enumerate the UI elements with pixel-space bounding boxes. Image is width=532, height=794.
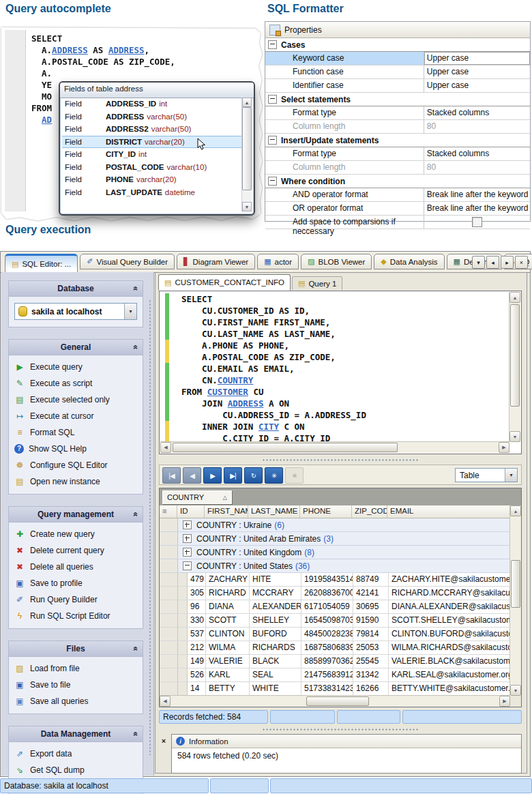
- field-row[interactable]: FieldADDRESSvarchar(50): [62, 111, 241, 123]
- scroll-up-icon[interactable]: ▲: [242, 98, 252, 107]
- table-row[interactable]: 149VALERIEBLACK88589970362125545VALERIE.…: [160, 655, 510, 668]
- collapse-box-icon[interactable]: [268, 177, 277, 186]
- cell-first-name[interactable]: KARL: [206, 668, 250, 681]
- cell-email[interactable]: VALERIE.BLACK@sakilacustomer.org: [389, 655, 510, 668]
- group-field-chip[interactable]: COUNTRY △: [162, 490, 232, 504]
- property-value[interactable]: Upper case: [424, 52, 530, 65]
- collapse-box-icon[interactable]: [183, 561, 192, 570]
- cell-zip-code[interactable]: 42141: [353, 587, 389, 600]
- view-mode-select[interactable]: Table ▾: [455, 468, 518, 482]
- cell-last-name[interactable]: BLACK: [250, 655, 301, 668]
- cell-phone[interactable]: 885899703621: [301, 655, 353, 668]
- cell-id[interactable]: 212: [188, 641, 206, 654]
- splitter[interactable]: [159, 726, 522, 732]
- cell-email[interactable]: CLINTON.BUFORD@sakilacustomer.org: [389, 628, 510, 641]
- cell-first-name[interactable]: DIANA: [206, 600, 250, 613]
- cell-zip-code[interactable]: 16266: [353, 682, 389, 695]
- sidebar-item-get-sql-dump[interactable]: ⇘Get SQL dump: [9, 762, 143, 778]
- property-value[interactable]: Stacked columns: [424, 106, 530, 119]
- sidebar-item-execute-as-script[interactable]: ✎Execute as script: [9, 375, 143, 392]
- collapse-chevron-icon[interactable]: »: [131, 345, 141, 350]
- cell-first-name[interactable]: SCOTT: [206, 614, 250, 627]
- chevron-down-icon[interactable]: ▾: [505, 469, 517, 482]
- tab-visual-query-builder[interactable]: ✐Visual Query Builder: [80, 254, 175, 269]
- collapse-box-icon[interactable]: [268, 40, 277, 49]
- group-row-country-ukraine[interactable]: COUNTRY : Ukraine(6): [160, 518, 510, 532]
- cell-email[interactable]: DIANA.ALEXANDER@sakilacustomer.org: [389, 600, 510, 613]
- popup-scrollbar[interactable]: ▲ ▼: [241, 98, 252, 211]
- tab-sql-editor[interactable]: ▤SQL Editor: ...: [5, 254, 78, 273]
- scroll-down-icon[interactable]: ▼: [510, 685, 521, 696]
- field-row[interactable]: FieldLAST_UPDATEdatetime: [62, 186, 241, 199]
- property-row-add-space-to-comparsions-if-neccessary[interactable]: Add space to comparsions if neccessary: [265, 216, 530, 229]
- property-row-function-case[interactable]: Function caseUpper case: [265, 65, 530, 79]
- sidebar-section-header[interactable]: Data Management»: [9, 726, 143, 742]
- table-row[interactable]: 526KARLSEAL21475683912231342KARL.SEAL@sa…: [160, 668, 510, 682]
- scrollbar-thumb[interactable]: [306, 696, 369, 706]
- sidebar-item-delete-current-query[interactable]: ✖Delete current query: [9, 542, 143, 559]
- group-row-country-united-kingdom[interactable]: COUNTRY : United Kingdom(8): [160, 546, 510, 559]
- sidebar-item-delete-all-queries[interactable]: ✖Delete all queries: [9, 559, 143, 575]
- collapse-chevron-icon[interactable]: »: [131, 286, 141, 291]
- sidebar-item-open-new-instance[interactable]: ▤Open new instance: [9, 473, 143, 490]
- cell-id[interactable]: 96: [188, 600, 206, 613]
- tab-scroll-right-button[interactable]: ▸: [501, 256, 514, 269]
- cell-id[interactable]: 526: [188, 668, 206, 681]
- last-record-button[interactable]: ▶|: [224, 467, 242, 484]
- property-value[interactable]: [424, 216, 530, 229]
- cell-phone[interactable]: 214756839122: [301, 668, 353, 681]
- refresh-records-button[interactable]: ↻: [244, 467, 263, 484]
- cell-email[interactable]: BETTY.WHITE@sakilacustomer.org: [389, 682, 510, 695]
- scroll-down-icon[interactable]: ▼: [509, 431, 520, 442]
- query-tab-query-1[interactable]: ▤Query 1: [292, 276, 342, 290]
- cell-zip-code[interactable]: 79814: [353, 628, 389, 641]
- cell-email[interactable]: WILMA.RICHARDS@sakilacustomer.org: [389, 641, 510, 654]
- cell-phone[interactable]: 262088367001: [301, 587, 353, 600]
- cell-id[interactable]: 305: [188, 587, 206, 600]
- collapse-chevron-icon[interactable]: »: [131, 512, 141, 517]
- grid-hscrollbar[interactable]: ◀ ▶: [160, 695, 510, 707]
- first-record-button[interactable]: |◀: [162, 467, 181, 484]
- property-row-keyword-case[interactable]: Keyword caseUpper case: [265, 52, 530, 65]
- field-row[interactable]: FieldPHONEvarchar(20): [62, 173, 241, 186]
- cell-phone[interactable]: 517338314235: [301, 682, 353, 695]
- combo-dropdown-button[interactable]: ▾: [124, 304, 136, 319]
- tab-data-analysis[interactable]: ◆Data Analysis: [374, 254, 444, 269]
- cell-email[interactable]: RICHARD.MCCRARY@sakilacustomer.org: [389, 587, 510, 600]
- cell-zip-code[interactable]: 30695: [353, 600, 389, 613]
- cell-phone[interactable]: 165450987037: [301, 614, 353, 627]
- sidebar-splitter[interactable]: [149, 299, 151, 755]
- sidebar-item-execute-selected-only[interactable]: ▤Execute selected only: [9, 392, 143, 408]
- expand-box-icon[interactable]: [183, 520, 192, 529]
- column-header-last-name[interactable]: LAST_NAME: [248, 505, 300, 518]
- scroll-left-icon[interactable]: ◀: [160, 442, 171, 453]
- scroll-right-icon[interactable]: ▶: [499, 696, 510, 707]
- property-value[interactable]: 80: [424, 120, 530, 133]
- sidebar-item-export-data[interactable]: ⇗Export data: [9, 746, 143, 762]
- cell-id[interactable]: 330: [188, 614, 206, 627]
- property-value[interactable]: Stacked columns: [424, 147, 530, 160]
- cell-last-name[interactable]: SHELLEY: [250, 614, 301, 627]
- field-row[interactable]: FieldADDRESS_IDint: [62, 98, 241, 111]
- cell-zip-code[interactable]: 31342: [353, 668, 389, 681]
- cell-email[interactable]: ZACHARY.HITE@sakilacustomer.org: [389, 573, 510, 586]
- query-tab-customer-contact-info[interactable]: ▤CUSTOMER_CONTACT_INFO: [158, 274, 291, 291]
- sidebar-item-execute-query[interactable]: ▶Execute query: [9, 359, 143, 375]
- scroll-up-icon[interactable]: ▲: [510, 505, 521, 516]
- cell-id[interactable]: 149: [188, 655, 206, 668]
- table-row[interactable]: 212WILMARICHARDS16875806839725053WILMA.R…: [160, 641, 510, 655]
- cell-first-name[interactable]: VALERIE: [206, 655, 250, 668]
- table-row[interactable]: 479ZACHARYHITE19195843514288749ZACHARY.H…: [160, 573, 510, 587]
- cell-email[interactable]: KARL.SEAL@sakilacustomer.org: [389, 668, 510, 681]
- sql-editor-surface[interactable]: SELECT CU.CUSTOMER_ID AS ID, CU.FIRST_NA…: [159, 291, 522, 454]
- sql-code[interactable]: SELECT CU.CUSTOMER_ID AS ID, CU.FIRST_NA…: [181, 293, 507, 441]
- cell-phone[interactable]: 168758068397: [301, 641, 353, 654]
- tab-close-button[interactable]: ×: [515, 256, 528, 269]
- table-row[interactable]: 330SCOTTSHELLEY16545098703791590SCOTT.SH…: [160, 614, 510, 628]
- cell-phone[interactable]: 191958435142: [301, 573, 353, 586]
- group-row-country-united-states[interactable]: COUNTRY : United States(36): [160, 559, 510, 573]
- cell-id[interactable]: 479: [188, 573, 206, 586]
- cell-id[interactable]: 14: [188, 682, 206, 695]
- expand-box-icon[interactable]: [183, 548, 192, 557]
- sidebar-item-create-new-query[interactable]: ✚Create new query: [9, 526, 143, 542]
